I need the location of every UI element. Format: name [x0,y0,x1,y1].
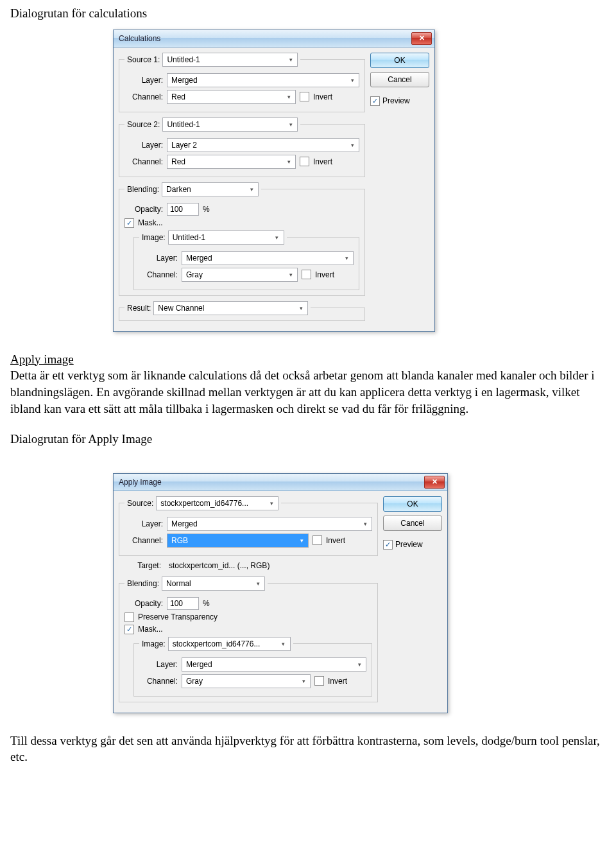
source1-channel-combo[interactable]: Red ▾ [167,90,296,104]
doc-heading-apply-dialog: Dialogrutan för Apply Image [10,431,606,447]
source2-layer-value: Layer 2 [171,141,197,150]
mask-image-combo[interactable]: Untitled-1 ▾ [168,230,284,245]
source-value: stockxpertcom_id64776... [160,499,248,508]
preview-label: Preview [382,96,410,105]
blending-combo[interactable]: Darken ▾ [162,182,259,196]
chevron-down-icon: ▾ [286,120,295,129]
apply-layer-value: Merged [171,519,198,528]
mask-subgroup: Image: Untitled-1 ▾ Layer: Merged ▾ [133,230,359,290]
layer-label: Layer: [124,141,163,150]
mask-checkbox[interactable]: ✓ [124,218,134,228]
invert-label: Invert [313,92,332,101]
source-legend: Source: [127,499,153,508]
chevron-down-icon: ▾ [273,233,282,242]
invert-checkbox[interactable] [300,157,309,166]
source1-combo[interactable]: Untitled-1 ▾ [162,53,298,67]
doc-para-final: Till dessa verktyg går det sen att använ… [10,733,606,765]
invert-label: Invert [313,157,332,166]
result-value: New Channel [158,304,204,313]
chevron-down-icon: ▾ [355,660,364,669]
preview-checkbox[interactable]: ✓ [370,96,380,106]
chevron-down-icon: ▾ [267,499,276,508]
chevron-down-icon: ▾ [247,185,256,194]
source-group: Source: stockxpertcom_id64776... ▾ Layer… [119,496,378,556]
result-group: Result: New Channel ▾ [119,301,365,321]
result-combo[interactable]: New Channel ▾ [153,301,308,315]
dialog-title: Apply Image [119,478,162,487]
dialog-title: Calculations [119,34,160,43]
source1-layer-combo[interactable]: Merged ▾ [167,73,359,87]
invert-label: Invert [326,536,345,545]
layer-label: Layer: [139,254,178,263]
channel-label: Channel: [124,92,163,101]
channel-label: Channel: [139,677,178,686]
chevron-down-icon: ▾ [279,639,288,648]
titlebar[interactable]: Apply Image ✕ [114,474,447,491]
source1-group: Source 1: Untitled-1 ▾ Layer: Merged ▾ C… [119,53,365,112]
preserve-label: Preserve Transparency [138,612,218,621]
ok-button[interactable]: OK [383,496,442,512]
chevron-down-icon: ▾ [342,254,351,263]
source2-group: Source 2: Untitled-1 ▾ Layer: Layer 2 ▾ … [119,117,365,177]
source2-channel-combo[interactable]: Red ▾ [167,155,296,169]
apply-channel-combo[interactable]: RGB ▾ [167,534,309,548]
apply-channel-value: RGB [171,536,188,545]
image-legend: Image: [142,639,166,648]
cancel-button[interactable]: Cancel [370,72,429,87]
source1-value: Untitled-1 [167,55,200,64]
chevron-down-icon: ▾ [286,55,295,64]
preview-label: Preview [395,540,423,549]
preview-checkbox[interactable]: ✓ [383,540,393,550]
apply-mask-layer-combo[interactable]: Merged ▾ [182,657,366,672]
source2-legend: Source 2: [127,120,160,129]
mask-channel-combo[interactable]: Gray ▾ [182,268,298,282]
preserve-checkbox[interactable] [124,612,134,622]
blending-legend: Blending: [127,579,159,588]
source2-channel-value: Red [171,157,185,166]
source2-layer-combo[interactable]: Layer 2 ▾ [167,138,359,152]
apply-mask-image-combo[interactable]: stockxpertcom_id64776... ▾ [168,637,291,651]
apply-blending-group: Blending: Normal ▾ Opacity: 100 % Preser… [119,577,378,702]
opacity-label: Opacity: [124,205,163,214]
channel-label: Channel: [124,536,163,545]
ok-button[interactable]: OK [370,53,429,68]
blending-group: Blending: Darken ▾ Opacity: 100 % ✓ Mask… [119,182,365,296]
chevron-down-icon: ▾ [297,536,306,545]
chevron-down-icon: ▾ [296,304,305,313]
chevron-down-icon: ▾ [348,76,357,85]
invert-checkbox[interactable] [302,270,311,279]
invert-label: Invert [315,270,334,279]
titlebar[interactable]: Calculations ✕ [114,30,434,48]
opacity-label: Opacity: [124,599,163,608]
channel-label: Channel: [124,157,163,166]
source2-value: Untitled-1 [167,120,200,129]
mask-channel-value: Gray [186,270,203,279]
target-value: stockxpertcom_id... (..., RGB) [165,561,270,570]
channel-label: Channel: [139,270,178,279]
source1-layer-value: Merged [171,76,198,85]
invert-checkbox[interactable] [314,676,324,686]
invert-checkbox[interactable] [312,535,322,545]
blending-legend: Blending: [127,185,159,194]
invert-label: Invert [328,677,347,686]
apply-mask-image-value: stockxpertcom_id64776... [173,639,261,648]
apply-layer-combo[interactable]: Merged ▾ [167,517,372,531]
mask-layer-combo[interactable]: Merged ▾ [182,251,354,265]
chevron-down-icon: ▾ [348,141,357,150]
apply-mask-channel-combo[interactable]: Gray ▾ [182,674,311,688]
opacity-input[interactable]: 100 [167,597,199,610]
mask-checkbox[interactable]: ✓ [124,625,134,634]
doc-heading-apply: Apply image [10,351,606,368]
apply-blending-combo[interactable]: Normal ▾ [162,577,265,591]
source-combo[interactable]: stockxpertcom_id64776... ▾ [156,496,278,510]
chevron-down-icon: ▾ [286,270,295,279]
source1-channel-value: Red [171,92,185,101]
chevron-down-icon: ▾ [361,519,370,528]
opacity-input[interactable]: 100 [167,203,199,216]
close-icon[interactable]: ✕ [411,32,432,45]
source2-combo[interactable]: Untitled-1 ▾ [162,117,298,132]
close-icon[interactable]: ✕ [424,476,445,489]
invert-checkbox[interactable] [300,92,309,101]
mask-label: Mask... [138,625,163,634]
cancel-button[interactable]: Cancel [383,516,442,531]
